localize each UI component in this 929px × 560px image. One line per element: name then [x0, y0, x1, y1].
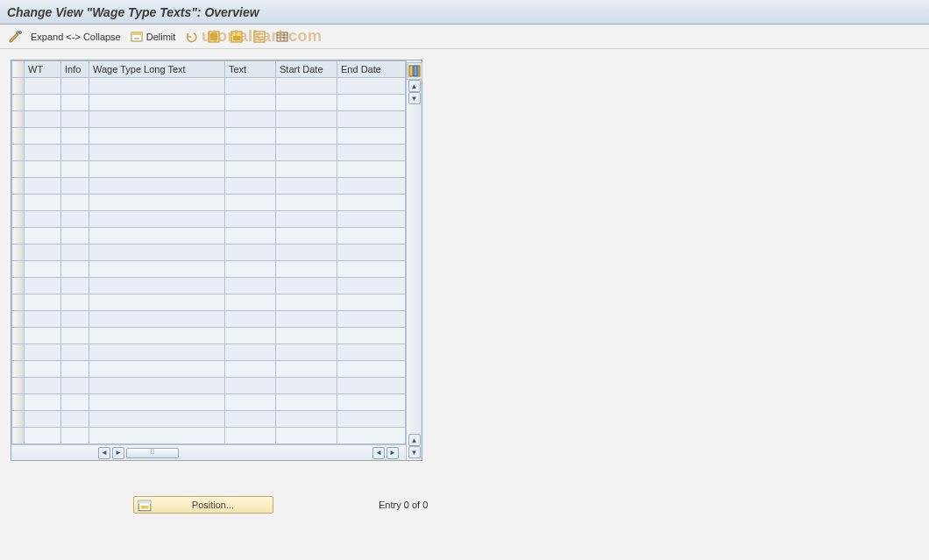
table-cell[interactable]: [337, 311, 406, 328]
table-cell[interactable]: [276, 261, 337, 278]
table-cell[interactable]: [225, 278, 276, 294]
table-row[interactable]: [12, 145, 406, 161]
table-cell[interactable]: [225, 211, 276, 228]
table-cell[interactable]: [61, 344, 89, 361]
table-cell[interactable]: [276, 228, 337, 245]
table-cell[interactable]: [337, 394, 406, 411]
table-cell[interactable]: [276, 378, 337, 394]
table-cell[interactable]: [337, 245, 406, 261]
column-header[interactable]: Info: [61, 61, 89, 78]
table-cell[interactable]: [225, 161, 276, 178]
table-row[interactable]: [12, 228, 406, 245]
table-cell[interactable]: [89, 378, 225, 394]
table-cell[interactable]: [276, 161, 337, 178]
table-cell[interactable]: [337, 361, 406, 378]
table-cell[interactable]: [61, 128, 89, 145]
table-cell[interactable]: [89, 211, 225, 228]
table-cell[interactable]: [337, 378, 406, 394]
table-cell[interactable]: [89, 228, 225, 245]
row-selector[interactable]: [12, 394, 25, 411]
table-cell[interactable]: [225, 328, 276, 344]
table-cell[interactable]: [225, 195, 276, 211]
table-cell[interactable]: [225, 394, 276, 411]
toggle-display-change-button[interactable]: [5, 28, 25, 46]
row-selector[interactable]: [12, 228, 25, 245]
table-cell[interactable]: [61, 428, 89, 444]
table-cell[interactable]: [25, 428, 61, 444]
row-selector[interactable]: [12, 111, 25, 128]
table-cell[interactable]: [276, 78, 337, 95]
scroll-right-end-icon[interactable]: ►: [386, 447, 399, 459]
table-cell[interactable]: [61, 78, 89, 95]
table-cell[interactable]: [225, 78, 276, 95]
table-cell[interactable]: [337, 195, 406, 211]
column-header[interactable]: WT: [25, 61, 61, 78]
table-cell[interactable]: [89, 294, 225, 311]
position-button[interactable]: Position...: [133, 496, 273, 514]
table-cell[interactable]: [89, 95, 225, 111]
table-cell[interactable]: [61, 245, 89, 261]
row-selector[interactable]: [12, 278, 25, 294]
table-cell[interactable]: [225, 344, 276, 361]
table-cell[interactable]: [276, 111, 337, 128]
table-cell[interactable]: [25, 211, 61, 228]
table-cell[interactable]: [276, 195, 337, 211]
table-cell[interactable]: [89, 311, 225, 328]
row-selector[interactable]: [12, 378, 25, 394]
table-row[interactable]: [12, 95, 406, 111]
row-selector[interactable]: [12, 328, 25, 344]
table-row[interactable]: [12, 361, 406, 378]
deselect-all-button[interactable]: [250, 28, 269, 46]
table-cell[interactable]: [89, 128, 225, 145]
table-cell[interactable]: [61, 145, 89, 161]
table-cell[interactable]: [276, 245, 337, 261]
table-cell[interactable]: [276, 428, 337, 444]
table-cell[interactable]: [61, 195, 89, 211]
row-selector[interactable]: [12, 128, 25, 145]
row-selector[interactable]: [12, 294, 25, 311]
data-grid[interactable]: WTInfoWage Type Long TextTextStart DateE…: [11, 60, 406, 444]
expand-collapse-button[interactable]: Expand <-> Collapse: [28, 28, 124, 46]
table-cell[interactable]: [89, 394, 225, 411]
table-row[interactable]: [12, 394, 406, 411]
table-cell[interactable]: [337, 278, 406, 294]
row-selector[interactable]: [12, 178, 25, 195]
table-cell[interactable]: [225, 261, 276, 278]
table-cell[interactable]: [61, 178, 89, 195]
table-cell[interactable]: [89, 328, 225, 344]
table-cell[interactable]: [337, 111, 406, 128]
table-cell[interactable]: [276, 145, 337, 161]
configure-columns-button[interactable]: [407, 62, 422, 80]
row-selector[interactable]: [12, 311, 25, 328]
table-cell[interactable]: [25, 95, 61, 111]
table-row[interactable]: [12, 328, 406, 344]
table-cell[interactable]: [25, 228, 61, 245]
table-row[interactable]: [12, 128, 406, 145]
table-cell[interactable]: [225, 111, 276, 128]
table-row[interactable]: [12, 311, 406, 328]
table-cell[interactable]: [337, 344, 406, 361]
table-cell[interactable]: [25, 111, 61, 128]
table-cell[interactable]: [25, 78, 61, 95]
table-cell[interactable]: [225, 294, 276, 311]
table-cell[interactable]: [25, 294, 61, 311]
table-cell[interactable]: [276, 394, 337, 411]
table-cell[interactable]: [25, 145, 61, 161]
table-cell[interactable]: [25, 378, 61, 394]
table-cell[interactable]: [61, 161, 89, 178]
table-cell[interactable]: [25, 128, 61, 145]
table-cell[interactable]: [89, 78, 225, 95]
table-cell[interactable]: [89, 178, 225, 195]
table-cell[interactable]: [337, 228, 406, 245]
table-cell[interactable]: [89, 111, 225, 128]
table-cell[interactable]: [25, 195, 61, 211]
table-cell[interactable]: [25, 261, 61, 278]
table-row[interactable]: [12, 161, 406, 178]
table-cell[interactable]: [25, 361, 61, 378]
table-row[interactable]: [12, 211, 406, 228]
row-selector[interactable]: [12, 78, 25, 95]
table-cell[interactable]: [225, 411, 276, 428]
table-cell[interactable]: [25, 344, 61, 361]
row-selector[interactable]: [12, 261, 25, 278]
table-cell[interactable]: [89, 161, 225, 178]
